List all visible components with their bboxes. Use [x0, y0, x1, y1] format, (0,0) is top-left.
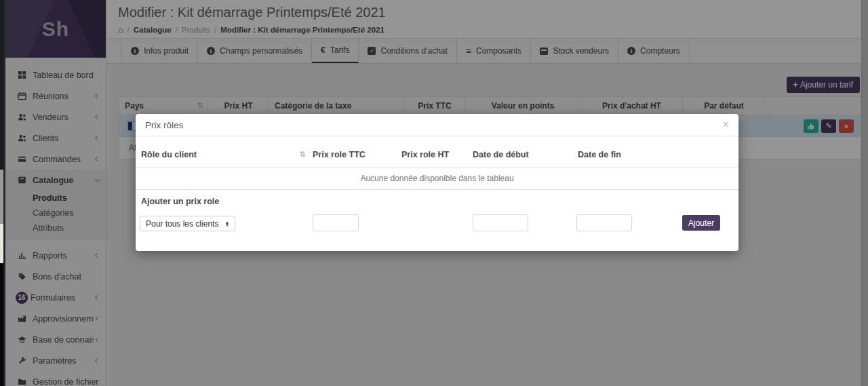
modal-header: Prix rôles ×	[136, 114, 738, 136]
column-prix-role-ht[interactable]: Prix role HT	[401, 150, 473, 159]
column-date-debut[interactable]: Date de début	[473, 150, 578, 159]
column-role-client[interactable]: Rôle du client⇅	[141, 150, 313, 159]
client-role-select-value: Pour tous les clients	[146, 219, 218, 229]
select-arrows-icon: ▲▼	[225, 221, 229, 227]
prix-role-ttc-input[interactable]	[313, 214, 359, 231]
app-window: Sh Tableau de bord Réunions Vendeurs Cli…	[5, 0, 868, 386]
ajouter-button[interactable]: Ajouter	[682, 215, 720, 231]
close-icon[interactable]: ×	[723, 119, 729, 130]
empty-table-message: Aucune donnée disponible dans le tableau	[136, 168, 738, 190]
date-debut-input[interactable]	[473, 214, 528, 231]
roles-table-header: Rôle du client⇅ Prix role TTC Prix role …	[136, 136, 738, 168]
column-date-fin[interactable]: Date de fin	[578, 150, 738, 159]
sort-icon[interactable]: ⇅	[300, 150, 306, 159]
add-role-price-section-title: Ajouter un prix role	[136, 190, 738, 206]
desktop-background-strip	[0, 0, 5, 386]
prix-roles-modal: Prix rôles × Rôle du client⇅ Prix role T…	[136, 114, 738, 251]
client-role-select[interactable]: Pour tous les clients ▲▼	[140, 216, 235, 231]
column-prix-role-ttc[interactable]: Prix role TTC	[313, 150, 401, 159]
modal-title: Prix rôles	[145, 120, 183, 130]
date-fin-input[interactable]	[576, 214, 632, 231]
add-role-price-form: Pour tous les clients ▲▼ Ajouter	[136, 206, 738, 254]
